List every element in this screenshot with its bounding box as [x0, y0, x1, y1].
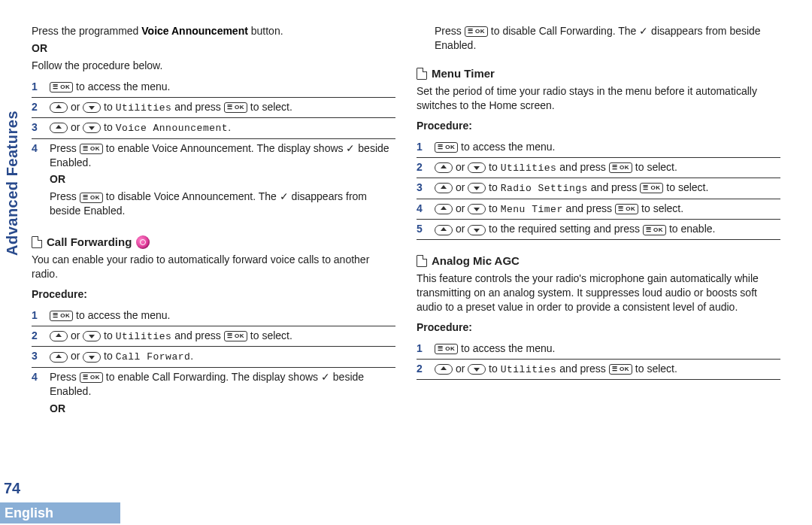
cf-continuation: Press ☰ OK to disable Call Forwarding. T…	[417, 24, 780, 53]
heading-text: Menu Timer	[432, 66, 495, 81]
step-1: 1 ☰ OK to access the menu.	[32, 77, 395, 98]
menu-item: Utilities	[116, 102, 172, 114]
menu-item: Utilities	[501, 162, 557, 174]
up-arrow-key-icon	[435, 204, 453, 214]
up-arrow-key-icon	[50, 123, 68, 133]
step-body: Press ☰ OK to enable Call Forwarding. Th…	[50, 370, 395, 419]
step-1: 1 ☰ OK to access the menu.	[417, 138, 780, 158]
text: to	[486, 202, 500, 214]
text: to access the menu.	[458, 342, 555, 354]
text: or	[453, 202, 468, 214]
step-number: 1	[417, 341, 435, 356]
up-arrow-key-icon	[435, 162, 453, 173]
ok-key-icon: ☰ OK	[465, 26, 488, 37]
sidebar-chapter-label: Advanced Features	[4, 111, 21, 256]
step-body: or to Utilities and press ☰ OK to select…	[50, 100, 395, 115]
text: to	[101, 101, 115, 113]
step-number: 2	[417, 362, 435, 376]
ok-key-icon: ☰ OK	[615, 204, 638, 214]
ok-key-icon: ☰ OK	[640, 183, 663, 193]
document-icon	[417, 255, 427, 267]
manual-page: Advanced Features 74 English Press the p…	[0, 0, 812, 525]
step-number: 3	[417, 181, 435, 195]
ok-key-icon: ☰ OK	[50, 82, 73, 93]
menu-item: Utilities	[116, 331, 172, 342]
analog-mic-agc-heading: Analog Mic AGC	[417, 253, 780, 269]
text: to	[101, 329, 115, 341]
text: and press	[171, 329, 223, 341]
menu-item: Radio Settings	[501, 183, 588, 194]
text: button.	[248, 25, 283, 37]
text: to enable.	[666, 223, 715, 235]
check-icon: ✓	[321, 371, 330, 383]
step-body: or to the required setting and press ☰ O…	[435, 222, 780, 236]
document-icon	[417, 68, 427, 80]
document-icon	[32, 236, 42, 248]
text: or	[68, 121, 83, 133]
step-number: 2	[32, 100, 50, 114]
text: to	[486, 363, 500, 375]
up-arrow-key-icon	[435, 183, 453, 193]
step-number: 2	[417, 160, 435, 174]
mt-description: Set the period of time your radio stays …	[417, 84, 780, 113]
step-body: or to Menu Timer and press ☰ OK to selec…	[435, 202, 780, 217]
ok-key-icon: ☰ OK	[435, 344, 458, 354]
right-column: Press ☰ OK to disable Call Forwarding. T…	[417, 23, 780, 380]
step-number: 3	[32, 120, 50, 135]
text: to select.	[632, 363, 677, 375]
text: to	[486, 181, 500, 193]
step-body: or to Utilities and press ☰ OK to select…	[50, 329, 395, 344]
cf-description: You can enable your radio to automatical…	[32, 253, 395, 281]
menu-item: Utilities	[501, 364, 557, 375]
down-arrow-key-icon	[468, 204, 486, 214]
text: to	[101, 121, 115, 133]
step-4: 4 Press ☰ OK to enable Voice Announcemen…	[32, 139, 395, 221]
step-body: ☰ OK to access the menu.	[435, 341, 780, 356]
down-arrow-key-icon	[468, 183, 486, 193]
agc-description: This feature controls the your radio's m…	[417, 272, 780, 314]
text: to select.	[247, 101, 292, 113]
step-1: 1 ☰ OK to access the menu.	[32, 306, 395, 326]
va-steps: 1 ☰ OK to access the menu. 2 or to Utili…	[32, 77, 395, 221]
menu-item: Menu Timer	[501, 204, 563, 215]
text-bold: Voice Announcement	[141, 25, 248, 37]
step-2: 2 or to Utilities and press ☰ OK to sele…	[32, 98, 395, 119]
text: Press	[50, 371, 80, 383]
radio-feature-icon	[136, 235, 150, 249]
or-label: OR	[50, 172, 395, 187]
page-number: 74	[4, 480, 20, 497]
or-label: OR	[32, 41, 395, 56]
down-arrow-key-icon	[83, 123, 101, 133]
step-body: ☰ OK to access the menu.	[435, 140, 780, 154]
ok-key-icon: ☰ OK	[609, 364, 632, 375]
step-number: 4	[417, 202, 435, 216]
cf-steps: 1 ☰ OK to access the menu. 2 or to Utili…	[32, 306, 395, 422]
step-2: 2 or to Utilities and press ☰ OK to sele…	[417, 158, 780, 179]
text: to select.	[638, 202, 683, 214]
check-icon: ✓	[639, 25, 648, 37]
va-intro: Press the programmed Voice Announcement …	[32, 24, 395, 38]
text: to access the menu.	[458, 141, 555, 153]
language-bar: English	[0, 502, 120, 523]
down-arrow-key-icon	[83, 331, 101, 341]
down-arrow-key-icon	[83, 102, 101, 113]
ok-key-icon: ☰ OK	[435, 142, 458, 153]
ok-key-icon: ☰ OK	[50, 311, 73, 321]
text: and press	[171, 101, 223, 113]
down-arrow-key-icon	[468, 162, 486, 173]
text: to select.	[247, 329, 292, 341]
step-body: ☰ OK to access the menu.	[50, 80, 395, 94]
step-number: 4	[32, 141, 50, 156]
step-body: or to Utilities and press ☰ OK to select…	[435, 362, 780, 377]
text: or	[68, 350, 83, 362]
up-arrow-key-icon	[435, 364, 453, 375]
ok-key-icon: ☰ OK	[80, 193, 103, 203]
step-1: 1 ☰ OK to access the menu.	[417, 339, 780, 360]
step-number: 1	[32, 80, 50, 94]
procedure-label: Procedure:	[32, 287, 395, 302]
check-icon: ✓	[346, 142, 355, 154]
step-number: 4	[32, 370, 50, 384]
step-body: ☰ OK to access the menu.	[50, 308, 395, 323]
ok-key-icon: ☰ OK	[224, 331, 247, 341]
or-label: OR	[50, 402, 395, 416]
